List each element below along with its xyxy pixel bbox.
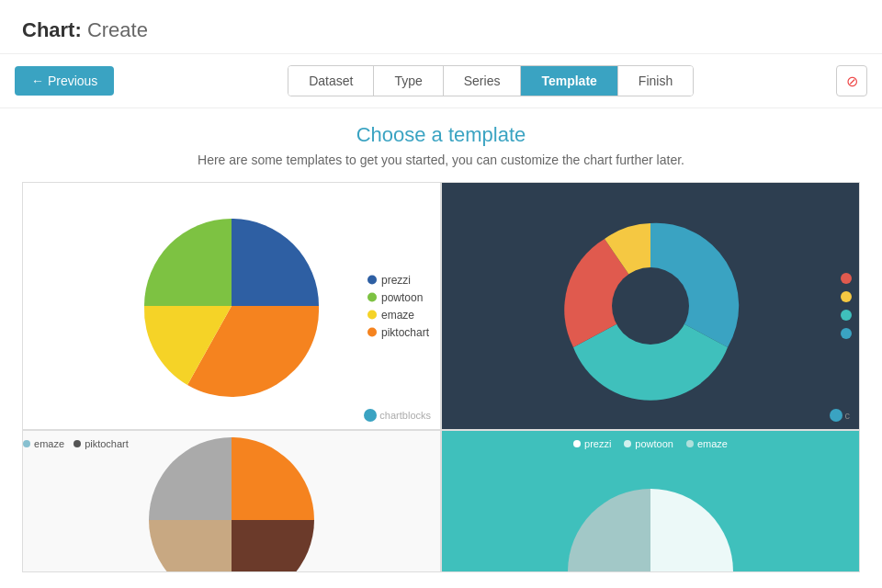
cb-icon-1 [364,409,377,422]
pie-chart-3 [140,430,323,572]
legend-label-piktochart: piktochart [381,326,429,339]
legend-dots-2 [841,273,852,339]
chart-container-1: prezzi powtoon emaze piktochart [23,183,440,429]
legend-dot-powtoon [368,293,377,302]
toolbar: ← Previous Dataset Type Series Template … [0,54,882,108]
legend-item-powtoon: powtoon [368,291,429,304]
legend-dot-emaze [368,311,377,320]
legend-1: prezzi powtoon emaze piktochart [368,274,429,339]
step-finish[interactable]: Finish [618,66,693,96]
dot-teal [841,310,852,321]
chartblocks-logo-1: chartblocks [364,409,431,422]
legend-dot-prezzi [368,276,377,285]
page-header: Chart: Create [0,0,882,54]
template-card-2[interactable]: c [441,182,860,430]
legend-dot-piktochart [368,328,377,337]
legend-item-emaze: emaze [368,309,429,322]
steps-nav: Dataset Type Series Template Finish [288,65,694,96]
step-dataset[interactable]: Dataset [288,66,374,96]
donut-chart-2 [549,205,752,407]
template-card-4[interactable]: prezzi powtoon emaze [441,430,860,572]
template-card-3[interactable]: prezzi powtoon emaze piktochart [22,430,441,572]
pie-chart-1 [130,205,333,407]
section-subtitle: Here are some templates to get you start… [22,153,860,167]
step-series[interactable]: Series [444,66,522,96]
dot-yellow [841,291,852,302]
previous-button[interactable]: ← Previous [15,66,114,96]
chart-container-2 [442,183,859,429]
step-template[interactable]: Template [521,66,617,96]
dot-blue [841,328,852,339]
legend-label-emaze: emaze [381,309,414,322]
dot-red [841,273,852,284]
chart-container-3 [23,440,440,572]
cb-label-1: chartblocks [379,410,431,421]
pie-chart-4 [559,452,742,571]
svg-point-0 [612,267,689,345]
chart-container-4 [442,431,859,571]
page-title: Chart: Create [22,18,860,42]
section-title: Choose a template [22,123,860,147]
templates-grid: prezzi powtoon emaze piktochart [22,182,860,572]
chartblocks-logo-2: c [830,409,851,422]
cancel-button[interactable]: ⊘ [836,65,867,96]
step-type[interactable]: Type [374,66,443,96]
cancel-icon: ⊘ [846,73,858,90]
legend-label-prezzi: prezzi [381,274,411,287]
cb-icon-2 [830,409,842,422]
legend-item-piktochart: piktochart [368,326,429,339]
template-card-1[interactable]: prezzi powtoon emaze piktochart [22,182,441,430]
cb-label-2: c [845,410,851,421]
legend-item-prezzi: prezzi [368,274,429,287]
main-content: Choose a template Here are some template… [0,108,882,572]
legend-label-powtoon: powtoon [381,291,423,304]
